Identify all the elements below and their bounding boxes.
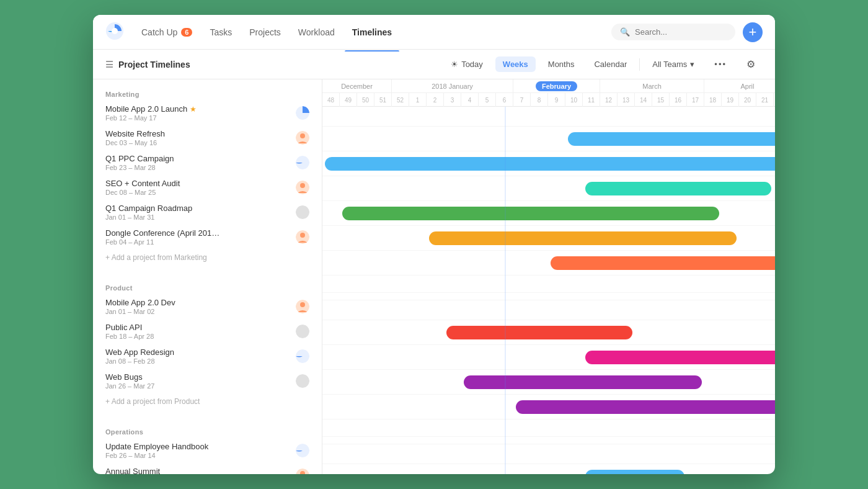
timeline-week: 2: [427, 93, 444, 107]
timeline-project-row: [322, 176, 775, 201]
timeline-group-row: [322, 300, 775, 320]
nav-link-tasks[interactable]: Tasks: [202, 24, 239, 41]
sun-icon: ☀: [451, 60, 458, 69]
project-dates: Dec 08 – Mar 25: [105, 189, 290, 196]
timeline-week: 49: [340, 93, 357, 107]
svg-point-4: [300, 133, 305, 138]
svg-point-13: [296, 325, 309, 338]
timeline-project-row: [322, 395, 775, 419]
add-project-row[interactable]: + Add a project from Marketing: [93, 249, 322, 266]
project-row[interactable]: Public APIFeb 18 – Apr 28: [93, 319, 322, 344]
add-project-row[interactable]: + Add a project from Product: [93, 393, 322, 410]
timeline-bar[interactable]: [464, 375, 702, 389]
timeline-bar[interactable]: [568, 132, 775, 146]
timeline-add-row: [322, 419, 775, 437]
project-row[interactable]: Dongle Conference (April 201…Feb 04 – Ap…: [93, 225, 322, 249]
timeline-week: 22: [774, 93, 775, 107]
all-teams-dropdown[interactable]: All Teams ▾: [645, 56, 702, 72]
app-logo: [105, 22, 124, 43]
svg-point-7: [300, 183, 305, 188]
project-row[interactable]: Mobile App 2.0 DevJan 01 – Mar 02: [93, 294, 322, 319]
timeline-week: 12: [600, 93, 618, 107]
project-info: Website RefreshDec 03 – May 16: [105, 129, 290, 146]
project-name: Web App Redesign: [105, 348, 290, 357]
chevron-down-icon: ▾: [690, 60, 694, 69]
group-header-operations: Operations: [93, 422, 322, 438]
avatar: [296, 230, 309, 244]
nav-link-projects[interactable]: Projects: [242, 24, 288, 41]
avatar: [296, 156, 309, 169]
timeline-week: 9: [548, 93, 565, 107]
timeline-bar[interactable]: [446, 326, 632, 339]
project-name: Mobile App 2.0 Dev: [105, 298, 290, 307]
calendar-button[interactable]: Calendar: [587, 56, 634, 72]
more-options-button[interactable]: •••: [707, 56, 734, 72]
search-input[interactable]: [635, 27, 727, 37]
today-button[interactable]: ☀ Today: [443, 56, 490, 72]
nav-link-timelines[interactable]: Timelines: [345, 24, 399, 41]
project-row[interactable]: Web BugsJan 26 – Mar 27: [93, 369, 322, 393]
months-button[interactable]: Months: [541, 56, 582, 72]
timeline-week: 7: [513, 93, 531, 107]
project-row[interactable]: Mobile App 2.0 Launch ★Feb 12 – May 17: [93, 101, 322, 125]
weeks-button[interactable]: Weeks: [495, 56, 536, 72]
timeline-add-row: [322, 276, 775, 293]
timeline-month: March: [600, 79, 704, 92]
timeline-bar[interactable]: [585, 182, 771, 195]
timeline-month: April: [704, 79, 775, 92]
project-name: Web Bugs: [105, 372, 290, 382]
project-row[interactable]: Annual SummitJan 15 – Mar 30: [93, 463, 322, 474]
project-info: Q1 PPC CampaignFeb 23 – Mar 28: [105, 154, 290, 171]
timeline-bar[interactable]: [585, 470, 684, 475]
nav-links: Catch Up6TasksProjectsWorkloadTimelines: [134, 24, 611, 41]
project-name: Update Employee Handbook: [105, 442, 290, 451]
nav-link-workload[interactable]: Workload: [291, 24, 342, 41]
filter-button[interactable]: ⚙: [739, 55, 763, 73]
svg-point-10: [300, 233, 305, 238]
page-title: ☰ Project Timelines: [105, 60, 436, 70]
timeline-project-row: [322, 127, 775, 151]
main-content: MarketingMobile App 2.0 Launch ★Feb 12 –…: [93, 79, 775, 474]
project-info: Mobile App 2.0 Launch ★Feb 12 – May 17: [105, 104, 290, 122]
project-row[interactable]: Update Employee HandbookFeb 26 – Mar 14: [93, 438, 322, 463]
timeline-week: 11: [583, 93, 600, 107]
add-button[interactable]: +: [743, 22, 763, 42]
timeline-week: 19: [722, 93, 739, 107]
project-dates: Jan 08 – Feb 28: [105, 357, 290, 365]
timeline-bar[interactable]: [516, 400, 775, 414]
timeline-group-row: [322, 444, 775, 464]
timeline-week: 15: [652, 93, 670, 107]
project-dates: Jan 26 – Mar 27: [105, 382, 290, 390]
project-dates: Feb 26 – Mar 14: [105, 452, 290, 459]
project-row[interactable]: Web App RedesignJan 08 – Feb 28: [93, 344, 322, 369]
project-row[interactable]: SEO + Content AuditDec 08 – Mar 25: [93, 175, 322, 200]
timeline-week: 17: [687, 93, 704, 107]
project-info: Web BugsJan 26 – Mar 27: [105, 372, 290, 390]
avatar: [296, 444, 309, 457]
timeline-area[interactable]: December2018 JanuaryFebruaryMarchAprilMa…: [322, 79, 775, 474]
timeline-project-row: [322, 370, 775, 395]
timeline-bar[interactable]: [585, 351, 775, 364]
timeline-week: 51: [374, 93, 392, 107]
timeline-bar[interactable]: [551, 256, 775, 270]
timeline-month: February: [513, 79, 600, 92]
project-name: Annual Summit: [105, 467, 290, 474]
avatar: [296, 469, 309, 474]
timeline-header: December2018 JanuaryFebruaryMarchAprilMa…: [322, 79, 775, 107]
timeline-week: 20: [739, 93, 756, 107]
avatar: [296, 106, 309, 120]
project-dates: Feb 23 – Mar 28: [105, 164, 290, 171]
project-row[interactable]: Website RefreshDec 03 – May 16: [93, 125, 322, 150]
timeline-spacer-row: [322, 437, 775, 444]
timeline-bar[interactable]: [429, 231, 737, 245]
star-icon: ★: [190, 105, 197, 114]
search-bar: 🔍: [611, 24, 735, 40]
timeline-bar[interactable]: [342, 207, 719, 220]
project-info: Dongle Conference (April 201…Feb 04 – Ap…: [105, 228, 290, 246]
project-row[interactable]: Q1 PPC CampaignFeb 23 – Mar 28: [93, 150, 322, 175]
timeline-bar[interactable]: [325, 157, 775, 171]
avatar: [296, 131, 309, 145]
nav-link-catchup[interactable]: Catch Up6: [134, 24, 200, 41]
toolbar-right: ☀ Today Weeks Months Calendar All Teams …: [443, 55, 763, 73]
project-row[interactable]: Q1 Campaign RoadmapJan 01 – Mar 31: [93, 200, 322, 225]
